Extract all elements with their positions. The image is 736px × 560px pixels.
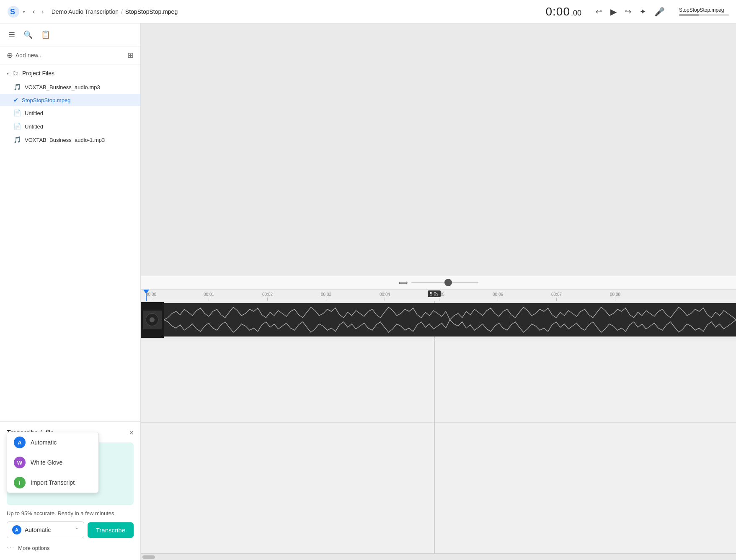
- rewind-button[interactable]: ↩: [593, 5, 604, 19]
- tick: [439, 298, 439, 301]
- dropdown-item-automatic[interactable]: A Automatic: [7, 432, 98, 452]
- ts-label: 00:04: [380, 292, 390, 297]
- zoom-controls: ⟺: [141, 276, 736, 290]
- sidebar-item-voxtab-business[interactable]: 🎵 VOXTAB_Business_audio.mp3: [0, 80, 140, 94]
- audio-icon: 🎵: [13, 83, 21, 91]
- thumbnail-svg: [141, 302, 164, 338]
- ts-label: 00:02: [262, 292, 273, 297]
- timestamp-badge-5s: 5.0s: [428, 290, 441, 297]
- ruler-marker-4: 00:04: [380, 292, 390, 301]
- automatic-badge: A: [14, 437, 26, 448]
- select-arrow-icon: ⌃: [75, 527, 79, 533]
- transcribe-button[interactable]: Transcribe: [88, 522, 134, 538]
- playback-controls: ↩ ▶ ↪ ✦ 🎤: [593, 4, 667, 19]
- topbar: S ▾ ‹ › Demo Audio Transcription / StopS…: [0, 0, 736, 23]
- dropdown-item-white-glove[interactable]: W White Glove: [7, 452, 98, 473]
- timeline-tracks: StopStopStop.mpeg: [141, 301, 736, 554]
- ruler-marker-2: 00:02: [262, 292, 273, 301]
- transcribe-close-button[interactable]: ×: [129, 429, 134, 437]
- timeline-scrollbar[interactable]: [141, 553, 736, 560]
- tick: [209, 298, 209, 301]
- breadcrumb: Demo Audio Transcription / StopStopStop.…: [52, 8, 178, 15]
- import-label: Import Transcript: [31, 479, 75, 486]
- ruler-marker-1: 00:01: [204, 292, 214, 301]
- item-label: VOXTAB_Business_audio-1.mp3: [25, 137, 134, 143]
- timer-decimal: .00: [571, 9, 581, 18]
- tick: [615, 298, 615, 301]
- topbar-filename: StopStopStop.mpeg: [679, 7, 729, 13]
- scrollbar-thumb[interactable]: [142, 555, 155, 559]
- more-options-label: More options: [18, 545, 49, 551]
- tick: [267, 298, 268, 301]
- track-row-empty: [141, 339, 736, 423]
- add-new-label: Add new...: [15, 52, 43, 59]
- play-button[interactable]: ▶: [608, 4, 619, 19]
- file-progress-bar: [679, 14, 729, 16]
- ts-label: 00:03: [321, 292, 331, 297]
- mic-button[interactable]: 🎤: [652, 4, 667, 19]
- transcribe-controls: A Automatic ⌃ Transcribe: [7, 521, 134, 538]
- ts-label: 00:01: [204, 292, 214, 297]
- main-layout: ☰ 🔍 📋 ⊕ Add new... ⊞ ▾ 🗂 Project Files 🎵…: [0, 23, 736, 560]
- ruler-marker-3: 00:03: [321, 292, 331, 301]
- more-options-row[interactable]: ··· More options: [7, 542, 134, 553]
- add-new-button[interactable]: ⊕ Add new...: [7, 51, 127, 60]
- dropdown-item-import[interactable]: I Import Transcript: [7, 473, 98, 493]
- item-label: Untitled: [25, 110, 134, 116]
- sidebar-menu-button[interactable]: ☰: [7, 28, 17, 41]
- ts-label: 00:00: [146, 292, 156, 297]
- ruler-marker-6: 00:06: [493, 292, 503, 301]
- breadcrumb-current: StopStopStop.mpeg: [125, 8, 178, 15]
- sidebar-add-row: ⊕ Add new... ⊞: [0, 46, 140, 64]
- waveform-thumbnail: [141, 302, 164, 338]
- sidebar-transcript-button[interactable]: 📋: [39, 28, 52, 41]
- zoom-slider[interactable]: [411, 282, 478, 283]
- ts-label: 00:06: [493, 292, 503, 297]
- automatic-label: Automatic: [31, 439, 57, 446]
- item-label: StopStopStop.mpeg: [22, 97, 134, 103]
- project-files-label: Project Files: [22, 70, 54, 77]
- sidebar-item-stopstopstop[interactable]: ✔ StopStopStop.mpeg: [0, 94, 140, 106]
- ruler-marker-0: 00:00: [146, 292, 156, 301]
- ts-label: 00:08: [610, 292, 620, 297]
- waveform-container: // Generate waveform bars inline via SVG: [141, 301, 736, 339]
- forward-button[interactable]: ›: [39, 5, 46, 18]
- sidebar-item-voxtab-business-1[interactable]: 🎵 VOXTAB_Business_audio-1.mp3: [0, 133, 140, 146]
- more-options-dots: ···: [7, 544, 15, 552]
- zoom-fit-button[interactable]: ⟺: [398, 279, 408, 287]
- sidebar-item-untitled-1[interactable]: 📄 Untitled: [0, 106, 140, 120]
- white-glove-badge: W: [14, 457, 26, 468]
- audio-icon: 🎵: [13, 136, 21, 144]
- sidebar-section-project-files[interactable]: ▾ 🗂 Project Files: [0, 66, 140, 80]
- logo-icon: S: [7, 5, 20, 18]
- app-logo[interactable]: S ▾: [7, 5, 25, 18]
- sparkle-button[interactable]: ✦: [637, 5, 648, 19]
- import-badge: I: [14, 477, 26, 488]
- item-label: VOXTAB_Business_audio.mp3: [25, 84, 134, 90]
- sidebar-item-untitled-2[interactable]: 📄 Untitled: [0, 120, 140, 133]
- sidebar-toolbar: ☰ 🔍 📋: [0, 23, 140, 46]
- add-plus-icon: ⊕: [7, 51, 13, 60]
- logo-dropdown-arrow[interactable]: ▾: [23, 9, 25, 15]
- item-label: Untitled: [25, 123, 134, 130]
- sidebar-search-button[interactable]: 🔍: [22, 28, 34, 41]
- preview-area: [141, 23, 736, 276]
- track-row-waveform: StopStopStop.mpeg: [141, 301, 736, 339]
- back-button[interactable]: ‹: [30, 5, 37, 18]
- timer-main: 0:00: [545, 5, 570, 18]
- svg-text:S: S: [10, 8, 15, 16]
- transcribe-accuracy-text: Up to 95% accurate. Ready in a few minut…: [7, 510, 134, 516]
- tick: [498, 298, 498, 301]
- nav-controls: ‹ ›: [30, 5, 46, 18]
- select-label: Automatic: [25, 527, 71, 533]
- svg-point-5: [150, 317, 155, 322]
- zoom-slider-thumb[interactable]: [444, 279, 452, 286]
- timeline-vertical-divider: [434, 301, 435, 554]
- fast-forward-button[interactable]: ↪: [622, 5, 634, 19]
- transcribe-select[interactable]: A Automatic ⌃: [7, 521, 84, 538]
- filter-button[interactable]: ⊞: [127, 51, 134, 60]
- breadcrumb-separator: /: [121, 8, 123, 15]
- timeline-ruler: 00:00 00:01 00:02 00:03 00:04 00:05: [141, 290, 736, 301]
- breadcrumb-project[interactable]: Demo Audio Transcription: [52, 8, 119, 15]
- folder-icon: 🗂: [12, 69, 19, 77]
